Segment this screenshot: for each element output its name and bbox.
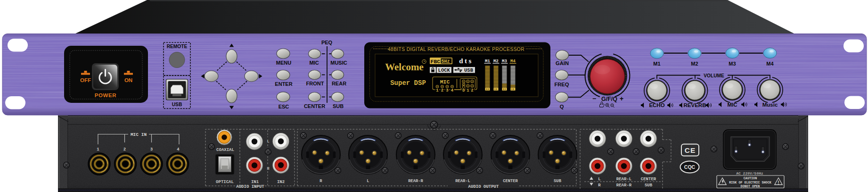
- svg-text:CE: CE: [685, 146, 696, 154]
- svg-text:D: D: [462, 88, 465, 93]
- svg-text:IN2: IN2: [277, 180, 285, 184]
- svg-text:L: L: [267, 139, 269, 144]
- svg-text:ENTER: ENTER: [275, 81, 292, 87]
- svg-text:M4: M4: [766, 61, 774, 67]
- svg-text:L: L: [367, 179, 369, 184]
- svg-text:GAIN: GAIN: [556, 60, 569, 66]
- svg-text:1: 1: [467, 88, 469, 93]
- svg-text:2: 2: [441, 88, 443, 93]
- svg-text:2: 2: [471, 88, 473, 93]
- svg-text:FBC: FBC: [431, 58, 441, 65]
- svg-text:MIC: MIC: [309, 60, 319, 66]
- svg-text:REAR-L: REAR-L: [455, 179, 470, 184]
- svg-text:SUB: SUB: [554, 179, 562, 184]
- svg-text:3: 3: [446, 88, 448, 93]
- svg-text:R: R: [598, 183, 601, 188]
- svg-text:REAR-L: REAR-L: [616, 177, 631, 182]
- svg-text:VOLUME: VOLUME: [704, 73, 724, 78]
- svg-text:M1: M1: [485, 59, 490, 64]
- svg-text:LOCK: LOCK: [438, 67, 450, 73]
- svg-text:REVERB: REVERB: [684, 102, 706, 108]
- svg-text:DONOT OPEN: DONOT OPEN: [741, 184, 760, 188]
- svg-text:PEQ: PEQ: [321, 40, 333, 45]
- svg-text:SUB: SUB: [333, 103, 344, 109]
- svg-text:USB: USB: [172, 102, 182, 107]
- svg-text:Music: Music: [762, 102, 778, 108]
- svg-text:Super DSP: Super DSP: [390, 79, 426, 87]
- svg-text:CQC: CQC: [684, 164, 696, 170]
- svg-text:2: 2: [123, 147, 126, 152]
- svg-text:CENTER: CENTER: [503, 179, 518, 184]
- svg-text:USB: USB: [464, 67, 474, 73]
- svg-text:MIC: MIC: [440, 79, 450, 85]
- svg-text:R: R: [319, 179, 322, 184]
- svg-text:MIC IN: MIC IN: [131, 132, 147, 137]
- svg-text:POWER: POWER: [95, 92, 117, 98]
- svg-text:MIC: MIC: [727, 102, 737, 108]
- svg-text:dts: dts: [459, 57, 473, 65]
- svg-text:RISK OF ELECTRIC SHOCK: RISK OF ELECTRIC SHOCK: [729, 181, 772, 184]
- svg-text:ESC: ESC: [278, 104, 289, 109]
- svg-text:Q: Q: [560, 104, 564, 109]
- svg-text:+: +: [620, 95, 623, 102]
- svg-text:REAR: REAR: [332, 81, 346, 86]
- svg-text:G/F/Q: G/F/Q: [601, 96, 617, 102]
- svg-text:M1: M1: [653, 61, 660, 67]
- svg-text:48BITS DIGITAL REVERB/ECHO KAR: 48BITS DIGITAL REVERB/ECHO KARAOKE PROCE…: [388, 47, 524, 52]
- svg-text:REMOTE: REMOTE: [167, 44, 188, 49]
- svg-text:!: !: [778, 180, 779, 185]
- svg-text:5Hz: 5Hz: [442, 59, 450, 64]
- svg-text:OPTICAL: OPTICAL: [216, 180, 234, 184]
- svg-text:FREQ: FREQ: [554, 82, 569, 87]
- svg-text:AUDIO INPUT: AUDIO INPUT: [236, 184, 264, 189]
- svg-text:FRONT: FRONT: [306, 81, 324, 86]
- svg-text:1: 1: [97, 147, 99, 152]
- svg-text:CAUTION: CAUTION: [744, 176, 757, 180]
- svg-text:REAR-R: REAR-R: [616, 183, 632, 188]
- svg-text:SUB: SUB: [645, 183, 653, 188]
- svg-text:IN1: IN1: [251, 180, 259, 184]
- svg-text:AC 220V/50Hz: AC 220V/50Hz: [736, 171, 763, 175]
- svg-text:Welcome: Welcome: [385, 61, 424, 73]
- svg-text:3: 3: [150, 147, 153, 152]
- svg-text:CENTER: CENTER: [641, 177, 656, 182]
- svg-text:COAXIAL: COAXIAL: [216, 148, 234, 152]
- svg-text:ECHO: ECHO: [649, 102, 664, 108]
- svg-text:R: R: [267, 167, 270, 171]
- svg-text:CENTER: CENTER: [304, 103, 325, 109]
- svg-text:4: 4: [177, 147, 180, 152]
- svg-text:MUSIC: MUSIC: [330, 60, 347, 66]
- svg-text:AUDIO OUTPUT: AUDIO OUTPUT: [468, 184, 499, 189]
- svg-text:1: 1: [436, 88, 439, 93]
- svg-text:4: 4: [451, 88, 454, 93]
- svg-text:ON: ON: [124, 77, 132, 83]
- svg-text:MENU: MENU: [276, 60, 291, 66]
- svg-text:−: −: [592, 95, 596, 102]
- svg-text:OFF: OFF: [80, 77, 91, 83]
- svg-text:M2: M2: [691, 61, 698, 67]
- svg-text:L: L: [598, 177, 600, 182]
- svg-text:M3: M3: [502, 59, 507, 64]
- svg-text:M2: M2: [493, 59, 499, 64]
- svg-text:REAR-R: REAR-R: [408, 179, 423, 184]
- svg-text:M4: M4: [510, 59, 516, 64]
- svg-text:M3: M3: [729, 61, 736, 67]
